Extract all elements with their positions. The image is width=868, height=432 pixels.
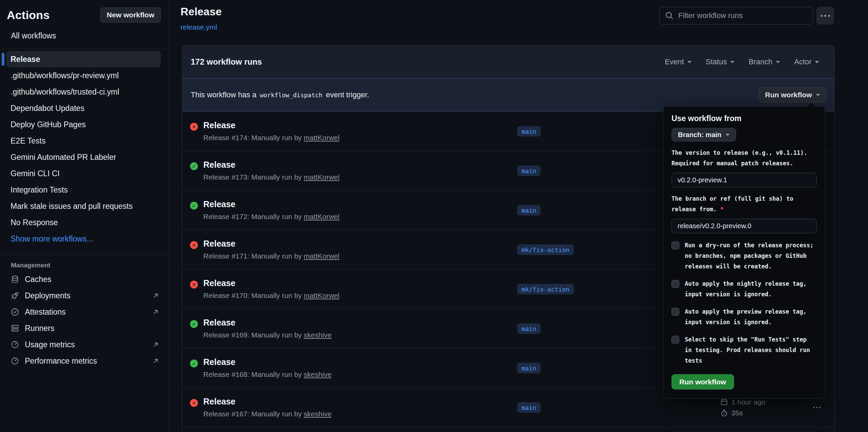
sidebar-workflow-item[interactable]: E2E Tests <box>6 133 161 149</box>
use-workflow-from-heading: Use workflow from <box>671 114 817 123</box>
sidebar-management-item[interactable]: Performance metrics <box>0 353 169 369</box>
branch-badge[interactable]: mk/fix-action <box>517 244 574 255</box>
new-workflow-button[interactable]: New workflow <box>100 7 161 22</box>
filter-label: Actor <box>794 57 812 66</box>
show-more-workflows-link[interactable]: Show more workflows... <box>0 231 169 247</box>
meter-icon <box>11 357 19 365</box>
run-title-link[interactable]: Release <box>203 120 339 130</box>
run-kebab-button[interactable] <box>810 403 824 412</box>
cache-icon <box>11 275 19 283</box>
management-item-label: Deployments <box>25 291 146 300</box>
sidebar-workflow-item[interactable]: Gemini Automated PR Labeler <box>6 149 161 165</box>
sidebar-management-item[interactable]: Usage metrics <box>0 336 169 353</box>
checkbox[interactable] <box>671 280 679 288</box>
sidebar-workflow-label: .github/workflows/pr-review.yml <box>11 71 119 80</box>
run-title-link[interactable]: Release <box>203 318 331 328</box>
actor-link[interactable]: skeshive <box>304 331 331 339</box>
sidebar-workflow-item[interactable]: .github/workflows/pr-review.yml <box>6 67 161 84</box>
actor-link[interactable]: mattKorwel <box>304 213 339 220</box>
version-input[interactable] <box>671 173 817 187</box>
management-list: Caches Deployments Attestations Runners <box>0 271 169 369</box>
run-description: Release #167: Manually run by skeshive <box>203 410 331 418</box>
sidebar-workflow-item[interactable]: Gemini CLI CI <box>6 165 161 182</box>
actor-link[interactable]: mattKorwel <box>304 134 339 142</box>
branch-badge[interactable]: main <box>517 205 541 215</box>
run-description: Release #168: Manually run by skeshive <box>203 370 331 379</box>
filter-dropdown[interactable]: Event <box>665 57 691 66</box>
workflow-checkbox-row[interactable]: Auto apply the nightly release tag, inpu… <box>671 279 817 300</box>
page-title: Release <box>181 5 222 18</box>
sidebar-workflow-item[interactable]: Release <box>6 51 161 67</box>
filter-label: Status <box>706 57 727 66</box>
filter-dropdown[interactable]: Status <box>706 57 734 66</box>
sidebar-management-item[interactable]: Caches <box>0 271 169 287</box>
run-time: 1 hour ago <box>731 398 765 406</box>
ref-input[interactable] <box>671 219 817 233</box>
checkbox[interactable] <box>671 336 679 344</box>
chevron-down-icon <box>726 134 730 136</box>
search-input[interactable] <box>678 11 807 20</box>
actor-link[interactable]: mattKorwel <box>304 292 339 299</box>
banner-text-before: This workflow has a <box>191 90 256 99</box>
branch-badge[interactable]: main <box>517 323 541 334</box>
version-input-label: The version to release (e.g., v0.1.11). … <box>671 148 817 169</box>
run-description: Release #170: Manually run by mattKorwel <box>203 292 339 300</box>
sidebar-workflow-item[interactable]: .github/workflows/trusted-ci.yml <box>6 84 161 100</box>
branch-select-button[interactable]: Branch: main <box>671 128 736 142</box>
sidebar-management-item[interactable]: Deployments <box>0 287 169 304</box>
filter-dropdown[interactable]: Actor <box>794 57 819 66</box>
run-title-link[interactable]: Release <box>203 357 331 367</box>
success-icon: ✓ <box>190 202 198 210</box>
workflow-checkbox-row[interactable]: Auto apply the preview release tag, inpu… <box>671 306 817 328</box>
run-description: Release #169: Manually run by skeshive <box>203 331 331 339</box>
checkbox[interactable] <box>671 308 679 316</box>
sidebar-workflow-label: No Response <box>11 218 58 227</box>
branch-badge[interactable]: main <box>517 165 541 176</box>
sidebar-workflow-item[interactable]: No Response <box>6 214 161 231</box>
chevron-down-icon <box>816 94 820 96</box>
sidebar-workflow-label: .github/workflows/trusted-ci.yml <box>11 87 119 97</box>
run-workflow-panel: Use workflow from Branch: main The versi… <box>663 106 825 399</box>
branch-badge[interactable]: main <box>517 402 541 413</box>
run-meta: 1 hour ago 35s <box>720 398 765 417</box>
success-icon: ✓ <box>190 320 198 328</box>
branch-badge[interactable]: main <box>517 126 541 136</box>
run-title-link[interactable]: Release <box>203 160 339 170</box>
sidebar-workflow-item[interactable]: Dependabot Updates <box>6 100 161 116</box>
run-title-link[interactable]: Release <box>203 278 339 288</box>
actor-link[interactable]: skeshive <box>304 370 331 378</box>
calendar-icon <box>720 398 728 406</box>
workflow-checkbox-row[interactable]: Run a dry-run of the release process; no… <box>671 240 817 272</box>
actor-link[interactable]: skeshive <box>304 410 331 418</box>
verified-icon <box>11 308 19 316</box>
checkbox-label: Auto apply the preview release tag, inpu… <box>685 306 817 328</box>
branch-badge[interactable]: mk/fix-action <box>517 284 574 294</box>
ref-input-label: The branch or ref (full git sha) to rele… <box>671 194 817 215</box>
stopwatch-icon <box>720 409 728 417</box>
run-description: Release #173: Manually run by mattKorwel <box>203 173 339 181</box>
run-workflow-submit-button[interactable]: Run workflow <box>671 374 734 389</box>
chevron-down-icon <box>730 61 734 63</box>
run-workflow-dropdown-button[interactable]: Run workflow <box>759 87 827 102</box>
workflow-file-link[interactable]: release.yml <box>181 23 217 31</box>
actor-link[interactable]: mattKorwel <box>304 252 339 260</box>
checkbox[interactable] <box>671 242 679 249</box>
workflow-options-kebab-button[interactable] <box>816 7 834 24</box>
sidebar-workflow-item[interactable]: Integration Tests <box>6 182 161 198</box>
sidebar-workflow-label: E2E Tests <box>11 136 46 146</box>
sidebar-workflow-item[interactable]: Mark stale issues and pull requests <box>6 198 161 214</box>
sidebar-management-item[interactable]: Runners <box>0 320 169 336</box>
run-title-link[interactable]: Release <box>203 397 331 406</box>
actor-link[interactable]: mattKorwel <box>304 173 339 181</box>
filter-dropdown[interactable]: Branch <box>749 57 780 66</box>
sidebar-workflow-item[interactable]: Deploy GitHub Pages <box>6 116 161 133</box>
filter-workflow-runs-searchbox[interactable] <box>659 7 813 24</box>
sidebar-item-all-workflows[interactable]: All workflows <box>11 31 169 40</box>
workflow-checkbox-row[interactable]: Select to skip the "Run Tests" step in t… <box>671 334 817 366</box>
sidebar-management-item[interactable]: Attestations <box>0 304 169 320</box>
sidebar-workflow-label: Gemini Automated PR Labeler <box>11 153 116 162</box>
branch-badge[interactable]: main <box>517 363 541 373</box>
failure-icon: ✕ <box>190 241 198 249</box>
run-title-link[interactable]: Release <box>203 199 339 209</box>
run-title-link[interactable]: Release <box>203 239 339 249</box>
